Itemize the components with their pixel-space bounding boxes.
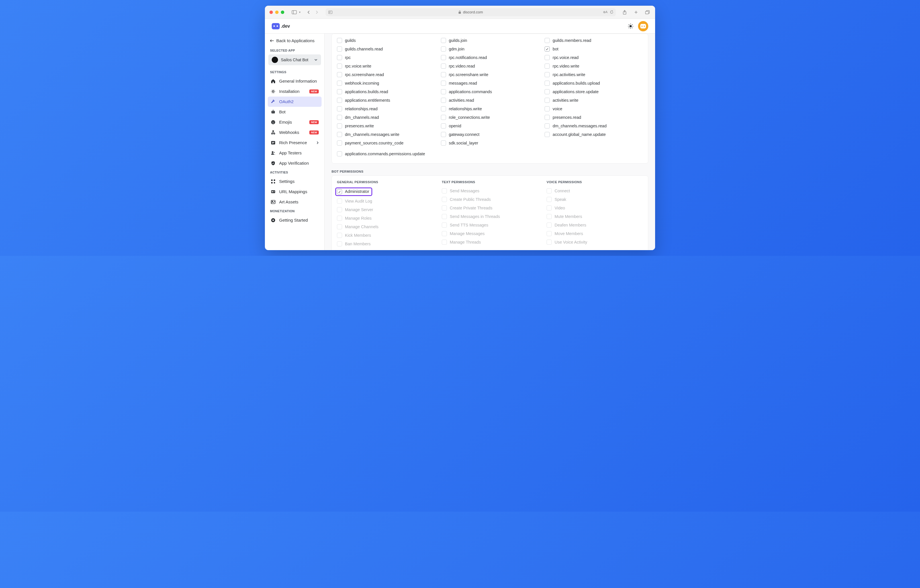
maximize-window-button[interactable]	[281, 11, 284, 14]
permission-checkbox[interactable]: Speak	[547, 195, 643, 204]
scope-checkbox[interactable]: rpc.screenshare.write	[441, 70, 539, 79]
scope-checkbox[interactable]: presences.write	[337, 121, 435, 130]
permission-checkbox[interactable]: Mute Members	[547, 212, 643, 221]
nav-rich-presence[interactable]: Rich Presence	[268, 138, 322, 148]
general-permissions-title: GENERAL PERMISSIONS	[337, 180, 433, 184]
scope-label: account.global_name.update	[552, 132, 606, 137]
scope-checkbox[interactable]: guilds.join	[441, 36, 539, 45]
scope-checkbox[interactable]: applications.commands.permissions.update	[337, 149, 643, 158]
permission-checkbox[interactable]: View Audit Log	[337, 197, 433, 206]
permission-checkbox[interactable]: Ban Members	[337, 240, 433, 248]
new-badge: NEW	[309, 120, 319, 124]
permission-checkbox[interactable]: Use Voice Activity	[547, 238, 643, 246]
scope-checkbox[interactable]: webhook.incoming	[337, 79, 435, 87]
nav-bot[interactable]: Bot	[268, 107, 322, 117]
nav-getting-started[interactable]: Getting Started	[268, 215, 322, 225]
permission-checkbox[interactable]: Manage Server	[337, 206, 433, 214]
permission-checkbox[interactable]: Manage Channels	[337, 222, 433, 231]
new-tab-icon[interactable]	[633, 10, 639, 15]
scope-checkbox[interactable]: gdm.join	[441, 45, 539, 53]
scope-checkbox[interactable]: payment_sources.country_code	[337, 139, 435, 147]
nav-app-verification[interactable]: App Verification	[268, 158, 322, 168]
scope-checkbox[interactable]: rpc.screenshare.read	[337, 70, 435, 79]
svg-point-43	[274, 182, 275, 183]
checkbox-icon	[544, 115, 550, 120]
scope-checkbox[interactable]: gateway.connect	[441, 130, 539, 139]
back-to-applications-link[interactable]: Back to Applications	[268, 37, 322, 47]
checkbox-icon	[442, 188, 447, 193]
scope-checkbox[interactable]: rpc	[337, 53, 435, 62]
scope-checkbox[interactable]: ✓bot	[544, 45, 643, 53]
discord-dev-logo[interactable]: .dev	[272, 23, 290, 29]
scope-checkbox[interactable]: guilds.channels.read	[337, 45, 435, 53]
minimize-window-button[interactable]	[275, 11, 279, 14]
permission-checkbox[interactable]: Video	[547, 204, 643, 212]
tabs-icon[interactable]	[644, 10, 651, 15]
scope-checkbox[interactable]: applications.commands	[441, 87, 539, 96]
scope-checkbox[interactable]: applications.entitlements	[337, 96, 435, 105]
permission-checkbox[interactable]: Connect	[547, 186, 643, 195]
scope-checkbox[interactable]: dm_channels.messages.read	[544, 121, 643, 130]
sidebar-toggle-icon[interactable]	[291, 10, 297, 15]
chevron-down-icon[interactable]: ▾	[299, 11, 301, 14]
permission-checkbox[interactable]: Move Members	[547, 229, 643, 238]
nav-general-information[interactable]: General Information	[268, 76, 322, 86]
nav-app-testers[interactable]: App Testers	[268, 148, 322, 158]
scope-checkbox[interactable]: dm_channels.read	[337, 113, 435, 121]
permission-checkbox[interactable]: Create Public Threads	[442, 195, 538, 204]
permission-checkbox[interactable]: Send Messages in Threads	[442, 212, 538, 221]
forward-button[interactable]	[314, 10, 320, 15]
scope-checkbox[interactable]: guilds.members.read	[544, 36, 643, 45]
permission-checkbox[interactable]: Manage Messages	[442, 229, 538, 238]
permission-checkbox[interactable]: Create Private Threads	[442, 204, 538, 212]
nav-art-assets[interactable]: Art Assets	[268, 197, 322, 207]
nav-webhooks[interactable]: Webhooks NEW	[268, 127, 322, 138]
scope-checkbox[interactable]: rpc.video.write	[544, 62, 643, 70]
scope-checkbox[interactable]: activities.write	[544, 96, 643, 105]
scope-checkbox[interactable]: dm_channels.messages.write	[337, 130, 435, 139]
app-selector[interactable]: Sailos Chat Bot	[268, 54, 321, 65]
scope-checkbox[interactable]: openid	[441, 121, 539, 130]
theme-toggle-button[interactable]	[628, 23, 633, 29]
translate-icon[interactable]: ⊕A	[603, 10, 607, 14]
permission-checkbox[interactable]: Kick Members	[337, 231, 433, 240]
permission-checkbox[interactable]: Manage Roles	[337, 214, 433, 222]
scope-checkbox[interactable]: applications.builds.upload	[544, 79, 643, 87]
scope-checkbox[interactable]: activities.read	[441, 96, 539, 105]
scope-checkbox[interactable]: rpc.voice.write	[337, 62, 435, 70]
user-avatar[interactable]	[638, 21, 648, 31]
scope-checkbox[interactable]: applications.store.update	[544, 87, 643, 96]
scope-checkbox[interactable]: rpc.video.read	[441, 62, 539, 70]
scope-checkbox[interactable]: role_connections.write	[441, 113, 539, 121]
nav-installation[interactable]: Installation NEW	[268, 86, 322, 97]
permission-label: Manage Roles	[345, 216, 372, 220]
permission-checkbox[interactable]: Deafen Members	[547, 221, 643, 229]
scope-checkbox[interactable]: relationships.write	[441, 105, 539, 113]
permission-checkbox[interactable]: Send Messages	[442, 186, 538, 195]
nav-activity-settings[interactable]: Settings	[268, 177, 322, 186]
scope-checkbox[interactable]: account.global_name.update	[544, 130, 643, 139]
scope-label: applications.entitlements	[345, 98, 390, 102]
permission-checkbox[interactable]: Manage Threads	[442, 238, 538, 246]
scope-checkbox[interactable]: guilds	[337, 36, 435, 45]
scope-checkbox[interactable]: messages.read	[441, 79, 539, 87]
scope-checkbox[interactable]: rpc.activities.write	[544, 70, 643, 79]
scope-checkbox[interactable]: relationships.read	[337, 105, 435, 113]
scope-checkbox[interactable]: voice	[544, 105, 643, 113]
refresh-icon[interactable]	[610, 10, 614, 14]
share-icon[interactable]	[622, 10, 628, 15]
scope-checkbox[interactable]: applications.builds.read	[337, 87, 435, 96]
close-window-button[interactable]	[269, 11, 273, 14]
reader-mode-icon[interactable]	[329, 11, 332, 14]
back-button[interactable]	[306, 10, 312, 15]
nav-emojis[interactable]: Emojis NEW	[268, 117, 322, 127]
nav-oauth2[interactable]: OAuth2	[268, 97, 322, 107]
scope-checkbox[interactable]: rpc.voice.read	[544, 53, 643, 62]
scope-checkbox[interactable]: rpc.notifications.read	[441, 53, 539, 62]
permission-checkbox[interactable]: ✓Administrator	[337, 186, 433, 197]
nav-url-mappings[interactable]: URL Mappings	[268, 186, 322, 197]
scope-checkbox[interactable]: presences.read	[544, 113, 643, 121]
scope-checkbox[interactable]: sdk.social_layer	[441, 139, 539, 147]
permission-checkbox[interactable]: Send TTS Messages	[442, 221, 538, 229]
url-bar[interactable]: discord.com ⊕A	[326, 8, 616, 16]
